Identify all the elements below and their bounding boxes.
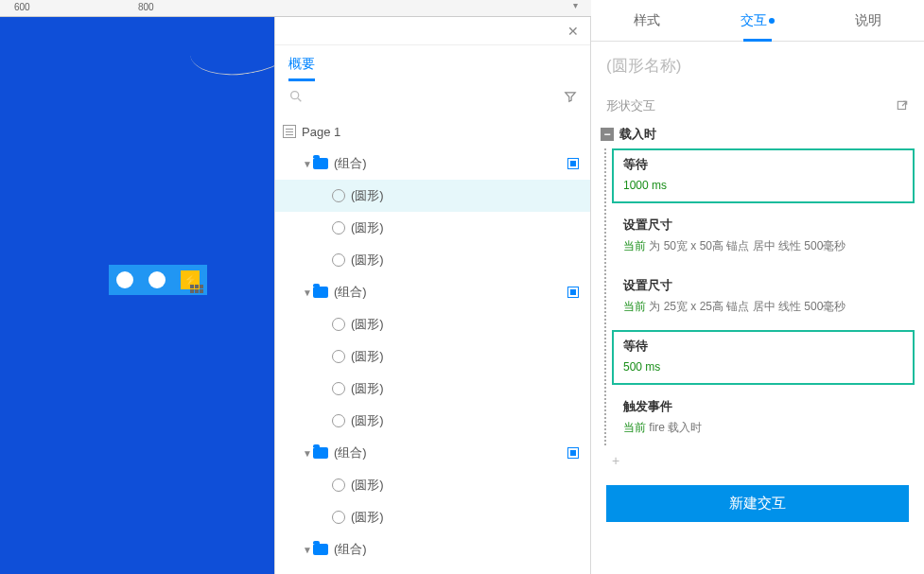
svg-line-1 (298, 98, 301, 101)
tree-item-label: (组合) (334, 444, 567, 461)
tree-item-label: (圆形) (351, 219, 579, 236)
tree-shape-item[interactable]: (圆形) (275, 373, 590, 405)
caret-down-icon[interactable]: ▼ (302, 545, 313, 555)
ruler-dropdown-icon[interactable]: ▾ (573, 0, 588, 15)
page-icon (283, 125, 296, 138)
right-tabs: 样式 交互 说明 (591, 0, 924, 42)
action-detail: 1000 ms (623, 177, 903, 194)
event-block: − 载入时 等待1000 ms设置尺寸当前 为 50宽 x 50高 锚点 居中 … (597, 122, 918, 470)
selection-indicator-icon (567, 158, 579, 169)
tree-item-label: (组合) (334, 284, 567, 301)
tab-style[interactable]: 样式 (591, 12, 702, 29)
caret-down-icon[interactable]: ▼ (302, 448, 313, 459)
tree-item-label: (圆形) (351, 187, 579, 204)
action-title: 设置尺寸 (623, 277, 903, 294)
action-title: 设置尺寸 (623, 217, 903, 234)
collapse-icon[interactable]: − (601, 128, 614, 141)
widget-group[interactable]: ⚡ (109, 265, 207, 295)
outline-tab[interactable]: 概要 (288, 56, 315, 81)
tree-item-label: (圆形) (351, 412, 579, 429)
outline-panel: ✕ 概要 Page 1 ▼(组合)(圆形)(圆形)(圆形)▼(组合)(圆形)(圆… (274, 17, 591, 574)
circle-icon (332, 478, 345, 492)
tree-item-label: (圆形) (351, 509, 579, 526)
action-detail: 当前 fire 载入时 (623, 419, 903, 436)
tab-interaction[interactable]: 交互 (702, 12, 812, 29)
widget-circle[interactable] (148, 271, 166, 288)
selection-indicator-icon (567, 287, 579, 298)
folder-icon (313, 158, 328, 169)
ruler-mark: 600 (14, 2, 30, 12)
section-label: 形状交互 (606, 97, 655, 114)
circle-icon (332, 189, 345, 202)
tree-group-item[interactable]: ▼(组合) (275, 148, 590, 180)
tree-item-label: (圆形) (351, 348, 579, 365)
widget-circle[interactable] (116, 271, 133, 288)
tree-item-label: (圆形) (351, 380, 579, 397)
circle-icon (332, 414, 345, 427)
circle-icon (332, 511, 345, 524)
tree-item-label: (圆形) (351, 252, 579, 269)
popout-icon[interactable] (896, 99, 909, 113)
tree-shape-item[interactable]: (圆形) (275, 501, 590, 533)
tree-group-item[interactable]: ▼(组合) (275, 276, 590, 308)
circle-icon (332, 221, 345, 235)
action-card[interactable]: 设置尺寸当前 为 25宽 x 25高 锚点 居中 线性 500毫秒 (612, 270, 915, 324)
properties-panel: 样式 交互 说明 (圆形名称) 形状交互 − 载入时 等待1000 ms设置尺寸… (591, 0, 924, 574)
event-title-row[interactable]: − 载入时 (597, 122, 918, 147)
tree-shape-item[interactable]: (圆形) (275, 469, 590, 501)
search-input[interactable] (288, 89, 556, 108)
action-detail: 500 ms (623, 358, 903, 375)
unsaved-dot-icon (769, 18, 775, 24)
action-title: 等待 (623, 156, 903, 173)
event-name: 载入时 (619, 126, 656, 143)
ruler-mark: 800 (138, 2, 154, 12)
page-label: Page 1 (302, 125, 579, 139)
outline-tree: Page 1 ▼(组合)(圆形)(圆形)(圆形)▼(组合)(圆形)(圆形)(圆形… (275, 115, 590, 574)
circle-icon (332, 318, 345, 331)
circle-icon (332, 350, 345, 363)
tree-item-label: (组合) (334, 155, 567, 172)
action-card[interactable]: 等待1000 ms (612, 148, 915, 203)
tree-shape-item[interactable]: (圆形) (275, 405, 590, 437)
tree-shape-item[interactable]: (圆形) (275, 340, 590, 373)
tree-item-label: (组合) (334, 541, 579, 558)
action-title: 触发事件 (623, 398, 903, 415)
horizontal-ruler: 600 800 ▾ (0, 0, 591, 17)
tree-group-item[interactable]: ▼(组合) (275, 533, 590, 565)
add-action-button[interactable]: + (597, 451, 918, 470)
action-card[interactable]: 设置尺寸当前 为 50宽 x 50高 锚点 居中 线性 500毫秒 (612, 209, 915, 264)
tab-notes[interactable]: 说明 (813, 12, 924, 29)
canvas-background[interactable] (0, 17, 274, 574)
tree-shape-item[interactable]: (圆形) (275, 244, 590, 276)
tree-page[interactable]: Page 1 (275, 115, 590, 148)
search-icon (288, 89, 304, 104)
folder-icon (313, 544, 328, 555)
filter-icon[interactable] (564, 90, 577, 107)
tree-shape-item[interactable]: (圆形) (275, 212, 590, 244)
caret-down-icon[interactable]: ▼ (302, 287, 313, 298)
action-title: 等待 (623, 338, 903, 355)
action-detail: 当前 为 50宽 x 50高 锚点 居中 线性 500毫秒 (623, 237, 903, 254)
tree-item-label: (圆形) (351, 316, 579, 333)
svg-rect-2 (898, 101, 905, 109)
tree-shape-item[interactable]: (圆形) (275, 308, 590, 340)
folder-icon (313, 447, 328, 459)
tree-group-item[interactable]: ▼(组合) (275, 437, 590, 469)
tree-shape-item[interactable]: (圆形) (275, 180, 590, 212)
action-card[interactable]: 等待500 ms (612, 330, 915, 385)
action-card[interactable]: 触发事件当前 fire 载入时 (612, 391, 915, 445)
tree-item-label: (圆形) (351, 477, 579, 494)
resize-handle-icon[interactable] (190, 285, 203, 293)
new-interaction-button[interactable]: 新建交互 (606, 485, 909, 522)
circle-icon (332, 382, 345, 395)
svg-point-0 (291, 92, 299, 99)
action-detail: 当前 为 25宽 x 25高 锚点 居中 线性 500毫秒 (623, 298, 903, 315)
shape-name-input[interactable]: (圆形名称) (591, 42, 924, 90)
action-list: 等待1000 ms设置尺寸当前 为 50宽 x 50高 锚点 居中 线性 500… (604, 148, 918, 445)
close-icon[interactable]: ✕ (564, 20, 583, 43)
selection-indicator-icon (567, 447, 579, 459)
folder-icon (313, 287, 328, 298)
caret-down-icon[interactable]: ▼ (302, 159, 313, 169)
circle-icon (332, 253, 345, 267)
